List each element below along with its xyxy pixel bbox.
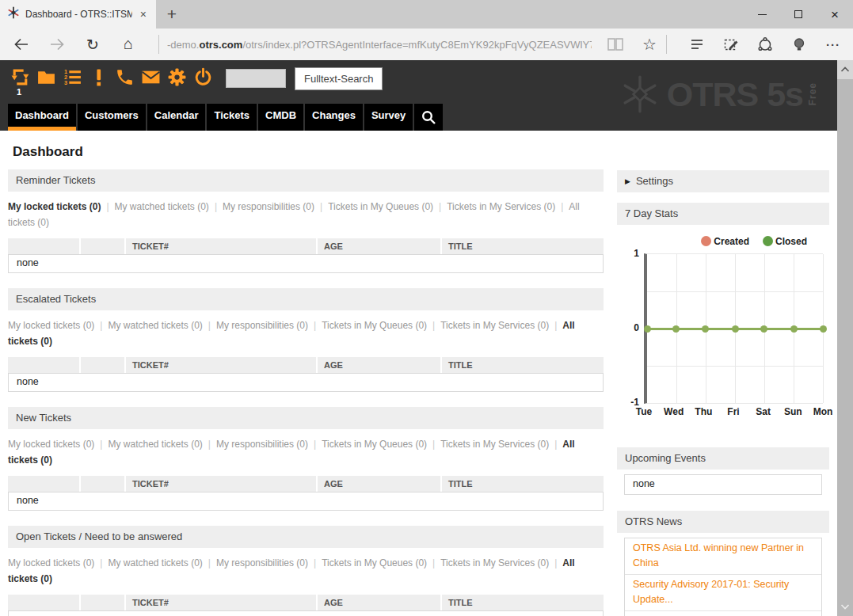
scroll-down-icon[interactable]	[837, 597, 853, 616]
filter-link[interactable]: Tickets in My Services (0)	[440, 320, 549, 331]
filter-link[interactable]: My watched tickets (0)	[108, 320, 202, 331]
tab-title: Dashboard - OTRS::ITSM	[25, 9, 132, 20]
column-header[interactable]: TITLE	[442, 476, 604, 492]
close-button[interactable]: ×	[817, 0, 853, 29]
address-divider	[158, 35, 159, 54]
nav-tab-dashboard[interactable]: Dashboard	[8, 104, 76, 131]
back-icon[interactable]	[10, 32, 33, 56]
scroll-up-icon[interactable]	[837, 60, 853, 79]
news-link[interactable]: OTRS Asia Ltd. winning new Partner in Ch…	[625, 538, 821, 574]
stats-header[interactable]: 7 Day Stats	[617, 203, 829, 225]
url-text[interactable]: -demo.otrs.com/otrs/index.pl?OTRSAgentIn…	[167, 39, 592, 51]
home-icon[interactable]: ⌂	[116, 32, 140, 55]
filter-link[interactable]: My locked tickets (0)	[8, 557, 94, 568]
column-header[interactable]: TICKET#	[126, 595, 316, 610]
admin-gear-icon[interactable]	[166, 66, 187, 88]
news-title: OTRS News	[625, 515, 682, 527]
filter-link[interactable]: Tickets in My Queues (0)	[322, 320, 427, 331]
data-point	[672, 325, 680, 333]
phone-ticket-icon[interactable]	[114, 66, 135, 88]
browser-tab[interactable]: Dashboard - OTRS::ITSM ×	[0, 0, 156, 29]
widget-header[interactable]: Reminder Tickets	[8, 169, 604, 192]
share-icon[interactable]	[755, 34, 775, 55]
filter-link[interactable]: Tickets in My Queues (0)	[322, 439, 427, 450]
column-header[interactable]: AGE	[318, 476, 440, 492]
column-header[interactable]	[8, 357, 79, 373]
widget-header[interactable]: New Tickets	[8, 407, 604, 429]
escalation-icon[interactable]	[88, 66, 109, 88]
fulltext-search-button[interactable]: Fulltext-Search	[295, 67, 383, 90]
filter-link[interactable]: Tickets in My Services (0)	[440, 557, 549, 568]
column-header[interactable]: TICKET#	[126, 238, 316, 254]
maximize-button[interactable]	[780, 0, 817, 29]
x-tick-label: Thu	[695, 406, 712, 417]
news-header[interactable]: OTRS News	[617, 511, 829, 533]
filter-link[interactable]: Tickets in My Services (0)	[447, 201, 555, 212]
filter-row: My locked tickets (0)|My watched tickets…	[8, 318, 604, 349]
more-options-icon[interactable]: ···	[823, 34, 843, 55]
filter-link[interactable]: Tickets in My Queues (0)	[328, 201, 433, 212]
filter-link[interactable]: My responsibilities (0)	[216, 320, 308, 331]
filter-link[interactable]: My watched tickets (0)	[108, 439, 202, 450]
chart-legend: CreatedClosed	[617, 234, 807, 249]
nav-tab-changes[interactable]: Changes	[305, 104, 363, 131]
column-header[interactable]	[8, 476, 79, 492]
nav-tab-calendar[interactable]: Calendar	[147, 104, 206, 131]
web-note-icon[interactable]	[721, 34, 741, 55]
page-scrollbar[interactable]	[837, 60, 853, 616]
column-header[interactable]: AGE	[318, 238, 440, 254]
toolbar-search-input[interactable]	[226, 69, 286, 88]
nav-search-icon[interactable]	[414, 104, 443, 131]
folder-icon[interactable]	[36, 66, 56, 88]
widget-header[interactable]: Open Tickets / Need to be answered	[8, 526, 604, 548]
minimize-button[interactable]	[744, 0, 780, 29]
refresh-icon[interactable]: ↻	[81, 32, 105, 56]
settings-header[interactable]: ▶Settings	[617, 170, 829, 192]
news-list: OTRS Asia Ltd. winning new Partner in Ch…	[624, 538, 822, 616]
browser-titlebar: Dashboard - OTRS::ITSM × + ×	[0, 0, 853, 29]
filter-link[interactable]: Tickets in My Services (0)	[440, 439, 549, 450]
column-header[interactable]	[81, 357, 124, 373]
reading-view-icon[interactable]	[605, 34, 626, 55]
email-ticket-icon[interactable]	[140, 66, 161, 88]
filter-link[interactable]: My watched tickets (0)	[108, 557, 202, 568]
queue-view-icon[interactable]: 1 2 3	[62, 66, 82, 88]
column-header[interactable]	[81, 595, 124, 610]
filter-link[interactable]: My responsibilities (0)	[216, 439, 308, 450]
filter-link[interactable]: My watched tickets (0)	[115, 201, 209, 212]
favorites-star-icon[interactable]: ☆	[639, 34, 660, 55]
widget-header[interactable]: Escalated Tickets	[8, 288, 604, 310]
x-axis: TueWedThuFriSatSunMon	[644, 406, 823, 422]
filter-link[interactable]: My locked tickets (0)	[8, 320, 94, 331]
column-header[interactable]: AGE	[318, 595, 440, 610]
column-header[interactable]	[8, 595, 79, 610]
ticket-overview-icon[interactable]: 1	[10, 66, 30, 88]
nav-tab-survey[interactable]: Survey	[364, 104, 413, 131]
new-tab-button[interactable]: +	[156, 0, 188, 29]
column-header[interactable]: TITLE	[442, 238, 604, 254]
forward-icon[interactable]	[45, 32, 69, 56]
column-header[interactable]: TICKET#	[126, 476, 316, 492]
filter-link[interactable]: My locked tickets (0)	[8, 201, 101, 212]
column-header[interactable]: TITLE	[442, 595, 604, 610]
nav-tab-tickets[interactable]: Tickets	[207, 104, 257, 131]
feedback-lightbulb-icon[interactable]	[789, 34, 809, 55]
upcoming-events-header[interactable]: Upcoming Events	[617, 447, 829, 470]
news-link[interactable]: Release Notes: OTRS Business Solution	[625, 610, 821, 616]
column-header[interactable]	[81, 476, 124, 492]
nav-tab-cmdb[interactable]: CMDB	[258, 104, 303, 131]
column-header[interactable]: TICKET#	[126, 357, 316, 373]
filter-link[interactable]: My responsibilities (0)	[216, 557, 308, 568]
logout-power-icon[interactable]	[192, 66, 213, 88]
column-header[interactable]	[81, 238, 124, 254]
column-header[interactable]	[8, 238, 79, 254]
filter-link[interactable]: My responsibilities (0)	[223, 201, 314, 212]
hub-icon[interactable]	[687, 34, 707, 55]
column-header[interactable]: AGE	[318, 357, 440, 373]
tab-close-icon[interactable]: ×	[138, 8, 149, 21]
nav-tab-customers[interactable]: Customers	[78, 104, 146, 131]
filter-link[interactable]: Tickets in My Queues (0)	[322, 557, 427, 568]
column-header[interactable]: TITLE	[442, 357, 604, 373]
filter-link[interactable]: My locked tickets (0)	[8, 439, 94, 450]
news-link[interactable]: Security Advisory 2017-01: Security Upda…	[625, 574, 821, 610]
